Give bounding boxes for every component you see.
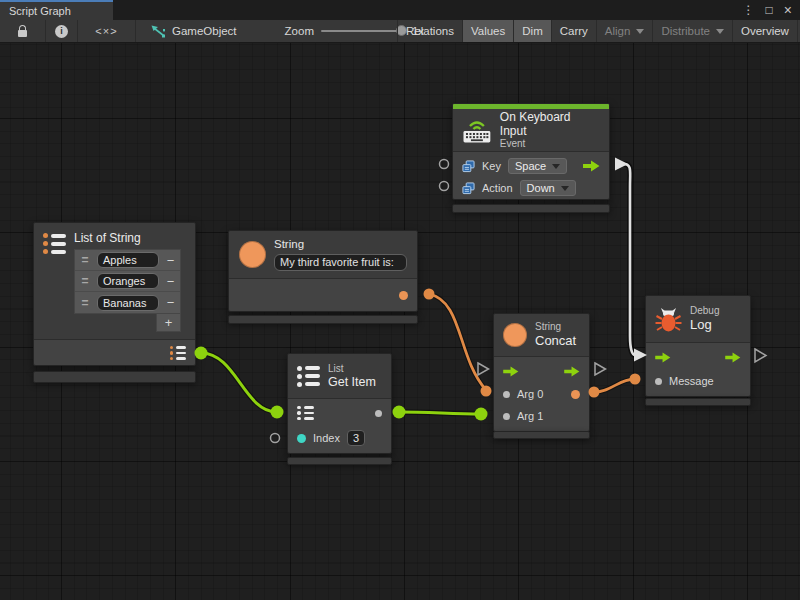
node-footer [452,204,610,213]
distribute-button[interactable]: Distribute [653,20,733,42]
code-button[interactable]: <×> [78,20,136,42]
remove-item-button[interactable]: − [161,295,180,311]
string-circle-icon [239,241,266,268]
enum-icon [462,182,475,195]
info-icon: i [55,25,68,38]
list-item-row: = Oranges − [75,271,180,292]
list-item-field[interactable]: Bananas [97,295,159,311]
list-item-field[interactable]: Oranges [97,273,159,289]
node-string-literal[interactable]: String My third favorite fruit is: [228,230,418,312]
index-row: Index 3 [288,425,391,451]
node-category: Debug [690,305,719,317]
remove-item-button[interactable]: − [161,274,180,290]
node-get-item[interactable]: List Get Item Index 3 [287,353,392,454]
close-icon[interactable]: × [784,2,792,18]
node-list-of-string[interactable]: List of String = Apples − = Oranges − [33,222,196,366]
action-dropdown[interactable]: Down [520,180,576,196]
node-body: Index 3 [288,398,391,453]
control-input-port[interactable] [655,352,671,363]
index-label: Index [313,432,340,444]
lock-icon [18,25,27,37]
chevron-down-icon [716,29,724,34]
node-title: List of String [74,231,186,245]
node-body: Arg 0 Arg 1 [494,356,589,431]
maximize-icon[interactable]: □ [766,3,773,17]
graph-toolbar: i <×> GameObject Zoom 1x Relations Value… [0,20,800,43]
arg0-label: Arg 0 [517,388,543,400]
action-label: Action [482,182,513,194]
arg0-row: Arg 0 [494,383,589,405]
node-header: String Concat [494,314,589,356]
node-debug-log[interactable]: Debug Log Message [645,295,751,397]
node-body [229,278,417,311]
key-label: Key [482,160,501,172]
tab-script-graph[interactable]: Script Graph [0,0,113,20]
node-title: Get Item [328,375,376,390]
arg1-input-port[interactable] [503,413,510,420]
index-field[interactable]: 3 [347,430,365,446]
string-circle-icon [503,323,527,347]
list-input-port[interactable] [297,406,314,421]
drag-handle[interactable]: = [75,296,95,310]
values-button[interactable]: Values [463,20,514,42]
node-title: Log [690,317,719,333]
zoom-slider[interactable] [321,30,405,32]
info-button[interactable]: i [46,20,78,42]
node-header: String My third favorite fruit is: [229,231,417,278]
enum-icon [462,160,475,173]
control-output-port[interactable] [583,160,600,172]
drag-handle[interactable]: = [75,253,95,267]
node-header: On Keyboard Input Event [453,109,609,151]
node-footer [645,398,751,406]
gameobject-button[interactable]: GameObject [136,20,245,42]
chevron-down-icon [561,186,569,191]
list-item-field[interactable]: Apples [97,252,159,268]
message-input-port[interactable] [655,378,662,385]
node-title: Concat [535,333,576,349]
string-value-field[interactable]: My third favorite fruit is: [274,254,407,271]
align-button[interactable]: Align [597,20,654,42]
relations-button[interactable]: Relations [398,20,463,42]
carry-button[interactable]: Carry [552,20,597,42]
arg0-input-port[interactable] [503,391,510,398]
node-header: List Get Item [288,354,391,398]
add-item-button[interactable]: + [156,314,181,332]
menu-icon[interactable]: ⋮ [743,3,755,17]
node-footer [493,431,590,439]
tab-label: Script Graph [9,5,71,17]
chevron-down-icon [636,29,644,34]
node-concat[interactable]: String Concat Arg 0 Arg 1 [493,313,590,432]
dim-button[interactable]: Dim [514,20,551,42]
overview-button[interactable]: Overview [733,20,798,42]
node-footer [287,457,392,465]
lock-button[interactable] [0,20,46,42]
zoom-label: Zoom [285,25,314,37]
control-input-port[interactable] [503,366,519,377]
node-subtitle: Event [500,138,600,150]
node-category: String [535,321,576,333]
list-output-port[interactable] [170,346,187,361]
node-title: On Keyboard Input [500,110,600,139]
item-output-port[interactable] [375,410,382,417]
node-category: List [328,363,376,375]
list-icon [297,366,320,387]
toolbar-toggle-group: Relations Values Dim Carry Align Distrib… [397,20,800,42]
script-graph-window: Script Graph ⋮ □ × i <×> GameObject [0,0,800,600]
list-editor: = Apples − = Oranges − = Bananas − [74,249,181,332]
code-icon: <×> [95,25,117,37]
key-dropdown[interactable]: Space [508,158,567,174]
control-output-port[interactable] [564,366,580,377]
list-item-row: = Bananas − [75,292,180,313]
index-input-port[interactable] [297,434,306,443]
gameobject-label: GameObject [172,25,237,37]
node-on-keyboard-input[interactable]: On Keyboard Input Event Key Space [452,103,610,200]
control-row [494,359,589,383]
arg1-label: Arg 1 [517,410,543,422]
control-output-port[interactable] [725,352,741,363]
result-output-port[interactable] [571,390,580,399]
node-footer [228,315,418,324]
string-output-port[interactable] [399,291,408,300]
remove-item-button[interactable]: − [161,253,180,269]
node-footer [33,371,196,383]
drag-handle[interactable]: = [75,274,95,288]
